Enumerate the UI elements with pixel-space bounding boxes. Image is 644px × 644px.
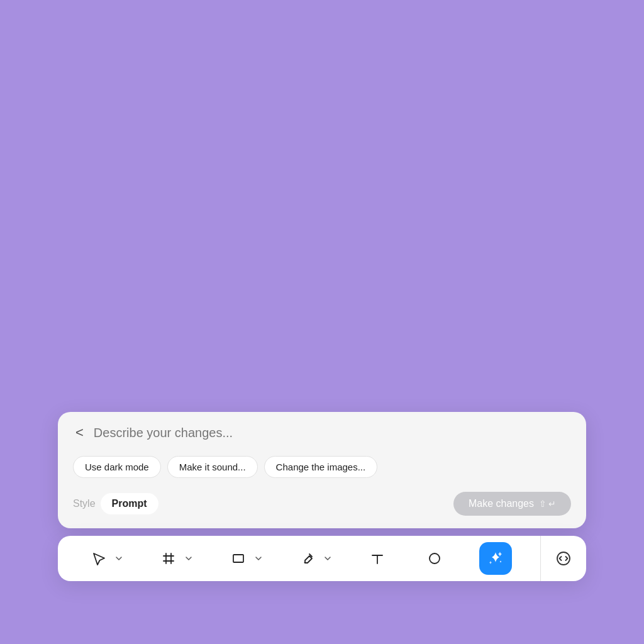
select-tool-group [86,546,124,571]
ellipse-icon [427,551,442,566]
code-view-button[interactable] [541,536,586,581]
rectangle-chevron-button[interactable] [253,552,264,565]
suggestion-dark-mode[interactable]: Use dark mode [73,456,161,478]
keyboard-shortcut-icons: ⇧ ↵ [539,499,556,509]
select-chevron-button[interactable] [114,552,124,565]
shift-icon: ⇧ [539,499,547,509]
select-tool-button[interactable] [86,546,111,571]
ai-tool-group [479,542,512,575]
back-button[interactable]: < [73,425,86,441]
suggestion-sound[interactable]: Make it sound... [167,456,258,478]
make-changes-button[interactable]: Make changes ⇧ ↵ [453,492,571,516]
ai-tool-button[interactable] [479,542,512,575]
code-icon [555,550,572,567]
ellipse-tool-button[interactable] [422,546,447,571]
ui-container: < Use dark mode Make it sound... Change … [58,412,586,581]
pen-tool-group [295,546,333,571]
svg-point-8 [430,553,440,564]
text-tool-group [365,546,390,571]
chevron-down-icon [115,555,123,562]
pen-icon [300,551,315,566]
bottom-row: Style Prompt Make changes ⇧ ↵ [73,492,571,516]
text-tool-button[interactable] [365,546,390,571]
tab-prompt[interactable]: Prompt [101,493,158,514]
toolbar-main [58,536,540,581]
toolbar-panel [58,536,586,581]
style-label: Style [73,498,96,509]
ellipse-tool-group [422,546,447,571]
make-changes-label: Make changes [469,498,534,509]
chevron-down-icon [185,555,192,562]
frame-tool-button[interactable] [156,546,181,571]
rectangle-tool-group [226,546,264,571]
select-icon [91,551,106,566]
prompt-panel: < Use dark mode Make it sound... Change … [58,412,586,528]
suggestions-row: Use dark mode Make it sound... Change th… [73,456,571,478]
rectangle-icon [231,551,246,566]
svg-rect-4 [233,555,243,562]
svg-point-5 [304,562,306,564]
rectangle-tool-button[interactable] [226,546,251,571]
return-icon: ↵ [548,499,556,509]
prompt-input[interactable] [94,426,571,440]
ai-sparkle-icon [487,550,504,567]
style-tabs: Style Prompt [73,493,158,514]
prompt-input-row: < [73,425,571,441]
svg-point-9 [499,561,501,562]
chevron-down-icon [324,555,331,562]
suggestion-images[interactable]: Change the images... [264,456,378,478]
frame-icon [161,551,176,566]
pen-chevron-button[interactable] [323,552,333,565]
text-icon [370,551,385,566]
frame-tool-group [156,546,194,571]
chevron-down-icon [255,555,262,562]
pen-tool-button[interactable] [295,546,320,571]
frame-chevron-button[interactable] [184,552,194,565]
